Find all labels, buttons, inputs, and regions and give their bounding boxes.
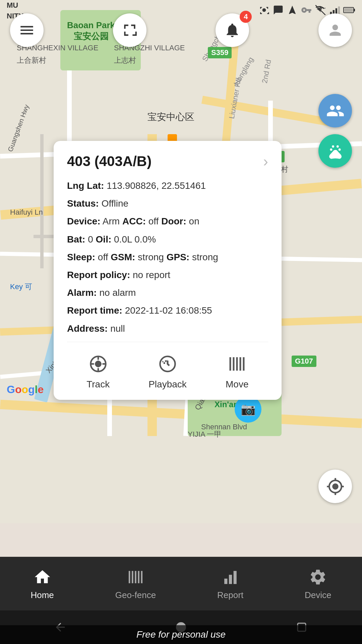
geofence-nav-icon (125, 567, 145, 587)
card-actions: Track Playback (67, 349, 268, 390)
nav-home[interactable]: Home (31, 567, 54, 600)
hamburger-icon (18, 22, 35, 39)
google-logo: Google (7, 383, 44, 396)
svg-rect-19 (230, 357, 231, 371)
svg-rect-22 (240, 357, 241, 371)
card-divider (67, 342, 268, 342)
geofence-nav-label: Geo-fence (115, 590, 156, 600)
move-label: Move (226, 379, 248, 390)
key-label: Key 可 (10, 282, 32, 292)
yijia-label: YIJIA 一甲 (188, 429, 222, 439)
svg-rect-24 (129, 571, 130, 583)
location-button[interactable] (318, 470, 352, 503)
move-icon (225, 352, 249, 376)
device-card: 403 (403A/B) › Lng Lat: 113.908826, 22.5… (54, 141, 282, 400)
haifuyi-label: Haifuyi Ln (10, 208, 43, 217)
menu-button[interactable] (10, 13, 44, 47)
paw-icon (326, 142, 345, 160)
2nd-rd-label: 2nd Rd (260, 59, 273, 84)
bell-icon (224, 22, 241, 39)
svg-rect-20 (233, 357, 235, 371)
bottom-nav: Home Geo-fence Report (0, 557, 362, 610)
playback-label: Playback (148, 379, 187, 390)
svg-rect-28 (141, 571, 142, 583)
top-nav: 4 (0, 13, 362, 47)
right-fabs (318, 94, 352, 168)
card-sleep-gsm-gps: Sleep: off GSM: strong GPS: strong (67, 251, 268, 264)
card-address: Address: null (67, 322, 268, 335)
card-lng-lat: Lng Lat: 113.908826, 22.551461 (67, 179, 268, 192)
playback-icon (156, 352, 179, 376)
notification-wrapper: 4 (216, 13, 249, 47)
card-report-policy: Report policy: no report (67, 268, 268, 281)
svg-point-11 (336, 145, 339, 148)
device-nav-icon (308, 567, 328, 587)
profile-button[interactable] (318, 13, 352, 47)
nav-device[interactable]: Device (305, 567, 331, 600)
expand-button[interactable] (113, 13, 146, 47)
track-button[interactable]: Track (86, 352, 110, 390)
photo-marker[interactable]: 📷 (235, 396, 261, 423)
svg-rect-30 (229, 575, 232, 584)
s359-badge: S359 (208, 47, 232, 58)
district-label: 宝安中心区 (147, 111, 194, 123)
svg-rect-7 (354, 9, 355, 11)
svg-rect-23 (243, 357, 245, 371)
svg-rect-27 (138, 571, 139, 583)
svg-point-9 (338, 148, 341, 151)
card-device-acc-door: Device: Arm ACC: off Door: on (67, 215, 268, 228)
card-alarm: Alarm: no alarm (67, 286, 268, 299)
home-nav-label: Home (31, 590, 54, 600)
watermark: Free for personal use (0, 625, 362, 644)
report-nav-label: Report (217, 590, 243, 600)
nav-report[interactable]: Report (217, 567, 243, 600)
village2-cn-label: 上志村 (114, 55, 136, 65)
village1-cn-label: 上合新村 (17, 55, 46, 65)
notification-badge: 4 (240, 11, 252, 23)
track-label: Track (86, 379, 110, 390)
svg-rect-31 (233, 571, 236, 584)
paw-fab[interactable] (318, 134, 352, 168)
home-nav-icon (32, 567, 52, 587)
device-nav-label: Device (305, 590, 331, 600)
people-fab[interactable] (318, 94, 352, 127)
location-icon (326, 477, 345, 496)
playback-button[interactable]: Playback (148, 352, 187, 390)
svg-rect-29 (224, 579, 227, 584)
card-bat-oil: Bat: 0 Oil: 0.0L 0.0% (67, 233, 268, 246)
svg-point-8 (330, 148, 332, 151)
svg-point-10 (332, 145, 334, 148)
profile-icon (327, 22, 344, 39)
card-status: Status: Offline (67, 197, 268, 210)
track-icon (86, 352, 110, 376)
svg-rect-25 (132, 571, 133, 583)
svg-rect-26 (135, 571, 136, 583)
card-title: 403 (403A/B) (67, 153, 152, 169)
move-button[interactable]: Move (225, 352, 249, 390)
report-nav-icon (220, 567, 240, 587)
g107-badge: G107 (292, 356, 316, 367)
svg-rect-21 (236, 357, 238, 371)
card-report-time: Report time: 2022-11-02 16:08:55 (67, 304, 268, 317)
nav-geofence[interactable]: Geo-fence (115, 567, 156, 600)
watermark-text: Free for personal use (136, 629, 226, 640)
card-header: 403 (403A/B) › (67, 153, 268, 170)
guangshen-label: Guangshen Hwy (6, 104, 31, 153)
card-chevron-icon[interactable]: › (263, 153, 268, 170)
people-icon (326, 102, 345, 120)
svg-rect-6 (344, 8, 353, 12)
expand-icon (121, 22, 138, 39)
